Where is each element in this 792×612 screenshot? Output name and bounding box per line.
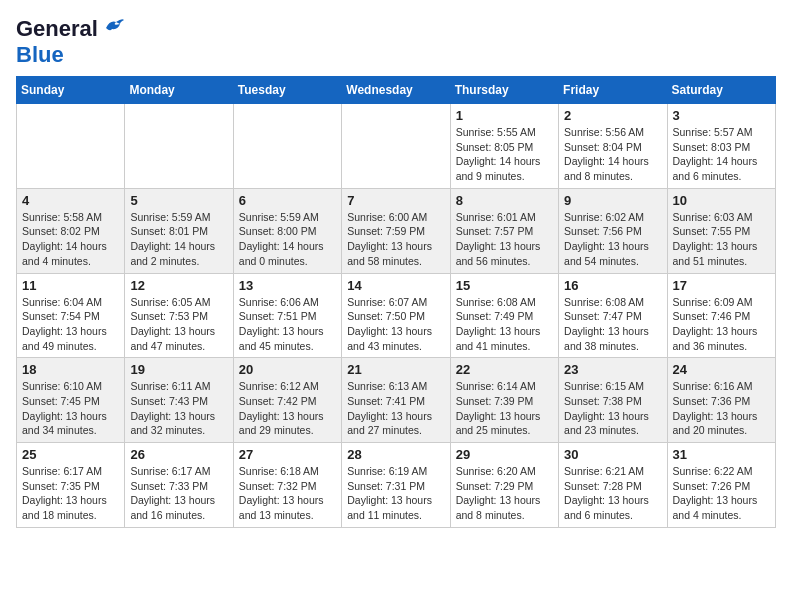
day-info: Sunrise: 6:03 AMSunset: 7:55 PMDaylight:… [673,210,770,269]
calendar-cell [125,104,233,189]
day-number: 20 [239,362,336,377]
calendar-cell: 12Sunrise: 6:05 AMSunset: 7:53 PMDayligh… [125,273,233,358]
day-info: Sunrise: 6:04 AMSunset: 7:54 PMDaylight:… [22,295,119,354]
day-number: 26 [130,447,227,462]
day-info: Sunrise: 5:57 AMSunset: 8:03 PMDaylight:… [673,125,770,184]
day-number: 1 [456,108,553,123]
calendar-cell: 13Sunrise: 6:06 AMSunset: 7:51 PMDayligh… [233,273,341,358]
day-info: Sunrise: 6:16 AMSunset: 7:36 PMDaylight:… [673,379,770,438]
logo-bird-icon [102,18,124,36]
day-info: Sunrise: 6:05 AMSunset: 7:53 PMDaylight:… [130,295,227,354]
day-info: Sunrise: 6:17 AMSunset: 7:35 PMDaylight:… [22,464,119,523]
day-info: Sunrise: 6:18 AMSunset: 7:32 PMDaylight:… [239,464,336,523]
calendar-cell: 4Sunrise: 5:58 AMSunset: 8:02 PMDaylight… [17,188,125,273]
day-number: 19 [130,362,227,377]
calendar-cell: 11Sunrise: 6:04 AMSunset: 7:54 PMDayligh… [17,273,125,358]
calendar-cell: 22Sunrise: 6:14 AMSunset: 7:39 PMDayligh… [450,358,558,443]
day-number: 15 [456,278,553,293]
day-info: Sunrise: 5:55 AMSunset: 8:05 PMDaylight:… [456,125,553,184]
day-number: 27 [239,447,336,462]
day-number: 3 [673,108,770,123]
weekday-header-row: SundayMondayTuesdayWednesdayThursdayFrid… [17,77,776,104]
day-info: Sunrise: 6:07 AMSunset: 7:50 PMDaylight:… [347,295,444,354]
calendar-cell: 5Sunrise: 5:59 AMSunset: 8:01 PMDaylight… [125,188,233,273]
day-number: 22 [456,362,553,377]
day-info: Sunrise: 6:12 AMSunset: 7:42 PMDaylight:… [239,379,336,438]
weekday-header-saturday: Saturday [667,77,775,104]
calendar-cell: 18Sunrise: 6:10 AMSunset: 7:45 PMDayligh… [17,358,125,443]
day-info: Sunrise: 6:22 AMSunset: 7:26 PMDaylight:… [673,464,770,523]
calendar-cell: 6Sunrise: 5:59 AMSunset: 8:00 PMDaylight… [233,188,341,273]
day-info: Sunrise: 6:02 AMSunset: 7:56 PMDaylight:… [564,210,661,269]
day-number: 9 [564,193,661,208]
day-info: Sunrise: 6:19 AMSunset: 7:31 PMDaylight:… [347,464,444,523]
calendar-cell: 17Sunrise: 6:09 AMSunset: 7:46 PMDayligh… [667,273,775,358]
calendar-cell: 19Sunrise: 6:11 AMSunset: 7:43 PMDayligh… [125,358,233,443]
day-number: 31 [673,447,770,462]
weekday-header-wednesday: Wednesday [342,77,450,104]
day-number: 4 [22,193,119,208]
calendar-cell: 14Sunrise: 6:07 AMSunset: 7:50 PMDayligh… [342,273,450,358]
calendar-cell [342,104,450,189]
day-info: Sunrise: 5:59 AMSunset: 8:00 PMDaylight:… [239,210,336,269]
day-info: Sunrise: 6:00 AMSunset: 7:59 PMDaylight:… [347,210,444,269]
calendar-week-5: 25Sunrise: 6:17 AMSunset: 7:35 PMDayligh… [17,443,776,528]
day-number: 18 [22,362,119,377]
logo-general: General [16,16,98,42]
calendar: SundayMondayTuesdayWednesdayThursdayFrid… [16,76,776,528]
day-number: 2 [564,108,661,123]
calendar-cell: 2Sunrise: 5:56 AMSunset: 8:04 PMDaylight… [559,104,667,189]
logo-blue: Blue [16,42,64,67]
weekday-header-sunday: Sunday [17,77,125,104]
logo: General Blue [16,16,124,68]
calendar-cell [233,104,341,189]
day-info: Sunrise: 6:10 AMSunset: 7:45 PMDaylight:… [22,379,119,438]
weekday-header-tuesday: Tuesday [233,77,341,104]
day-number: 17 [673,278,770,293]
day-number: 14 [347,278,444,293]
day-info: Sunrise: 6:14 AMSunset: 7:39 PMDaylight:… [456,379,553,438]
calendar-week-3: 11Sunrise: 6:04 AMSunset: 7:54 PMDayligh… [17,273,776,358]
header: General Blue [16,16,776,68]
calendar-cell [17,104,125,189]
calendar-cell: 15Sunrise: 6:08 AMSunset: 7:49 PMDayligh… [450,273,558,358]
calendar-week-4: 18Sunrise: 6:10 AMSunset: 7:45 PMDayligh… [17,358,776,443]
day-info: Sunrise: 5:59 AMSunset: 8:01 PMDaylight:… [130,210,227,269]
day-number: 6 [239,193,336,208]
day-info: Sunrise: 5:58 AMSunset: 8:02 PMDaylight:… [22,210,119,269]
calendar-cell: 29Sunrise: 6:20 AMSunset: 7:29 PMDayligh… [450,443,558,528]
calendar-cell: 30Sunrise: 6:21 AMSunset: 7:28 PMDayligh… [559,443,667,528]
day-info: Sunrise: 6:21 AMSunset: 7:28 PMDaylight:… [564,464,661,523]
day-info: Sunrise: 6:13 AMSunset: 7:41 PMDaylight:… [347,379,444,438]
day-number: 21 [347,362,444,377]
day-info: Sunrise: 6:17 AMSunset: 7:33 PMDaylight:… [130,464,227,523]
day-number: 24 [673,362,770,377]
day-info: Sunrise: 6:01 AMSunset: 7:57 PMDaylight:… [456,210,553,269]
calendar-week-2: 4Sunrise: 5:58 AMSunset: 8:02 PMDaylight… [17,188,776,273]
calendar-cell: 24Sunrise: 6:16 AMSunset: 7:36 PMDayligh… [667,358,775,443]
calendar-cell: 1Sunrise: 5:55 AMSunset: 8:05 PMDaylight… [450,104,558,189]
day-number: 13 [239,278,336,293]
day-info: Sunrise: 6:20 AMSunset: 7:29 PMDaylight:… [456,464,553,523]
calendar-cell: 7Sunrise: 6:00 AMSunset: 7:59 PMDaylight… [342,188,450,273]
day-number: 11 [22,278,119,293]
calendar-week-1: 1Sunrise: 5:55 AMSunset: 8:05 PMDaylight… [17,104,776,189]
day-number: 25 [22,447,119,462]
calendar-cell: 25Sunrise: 6:17 AMSunset: 7:35 PMDayligh… [17,443,125,528]
day-info: Sunrise: 6:08 AMSunset: 7:47 PMDaylight:… [564,295,661,354]
day-number: 8 [456,193,553,208]
calendar-cell: 20Sunrise: 6:12 AMSunset: 7:42 PMDayligh… [233,358,341,443]
day-number: 12 [130,278,227,293]
day-number: 7 [347,193,444,208]
day-number: 28 [347,447,444,462]
calendar-cell: 23Sunrise: 6:15 AMSunset: 7:38 PMDayligh… [559,358,667,443]
calendar-cell: 16Sunrise: 6:08 AMSunset: 7:47 PMDayligh… [559,273,667,358]
calendar-cell: 8Sunrise: 6:01 AMSunset: 7:57 PMDaylight… [450,188,558,273]
calendar-cell: 31Sunrise: 6:22 AMSunset: 7:26 PMDayligh… [667,443,775,528]
calendar-cell: 9Sunrise: 6:02 AMSunset: 7:56 PMDaylight… [559,188,667,273]
day-number: 29 [456,447,553,462]
calendar-cell: 10Sunrise: 6:03 AMSunset: 7:55 PMDayligh… [667,188,775,273]
calendar-cell: 3Sunrise: 5:57 AMSunset: 8:03 PMDaylight… [667,104,775,189]
day-number: 10 [673,193,770,208]
day-number: 16 [564,278,661,293]
